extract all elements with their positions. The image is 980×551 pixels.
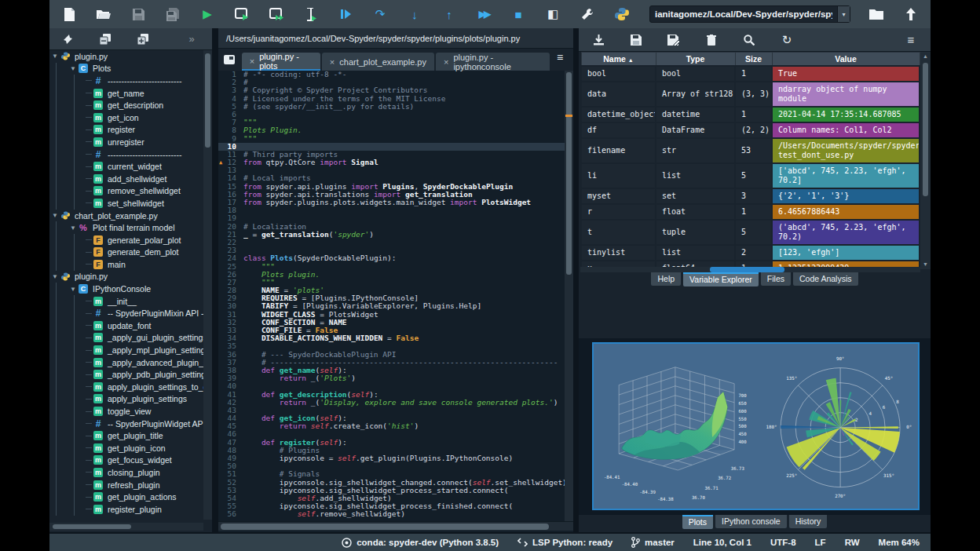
tab-help[interactable]: Help: [651, 272, 681, 286]
close-icon[interactable]: ×: [330, 57, 335, 67]
maximize-pane-button[interactable]: ◧: [544, 5, 561, 23]
variable-size[interactable]: 5: [735, 220, 772, 245]
editor-tabs-menu-button[interactable]: ≡: [551, 49, 569, 66]
variable-value[interactable]: ('abcd', 745, 2.23, 'efgh', 70.2): [772, 220, 920, 245]
continue-execution-button[interactable]: ▶▶: [475, 5, 492, 23]
splitter-left[interactable]: [212, 28, 218, 532]
outline-item[interactable]: ▼%Plot final terrain model: [49, 221, 203, 234]
refresh-variables-button[interactable]: ↻: [778, 31, 795, 49]
variable-name[interactable]: myset: [581, 188, 656, 204]
variable-value[interactable]: [123, 'efgh']: [772, 245, 920, 261]
variable-size[interactable]: 5: [735, 163, 772, 188]
outline-item[interactable]: mtoggle_view: [49, 405, 203, 418]
new-file-button[interactable]: [60, 5, 78, 23]
debug-button[interactable]: [337, 5, 354, 23]
outline-item[interactable]: Fgenerate_dem_plot: [49, 246, 203, 259]
stop-button[interactable]: ■: [510, 5, 527, 23]
editor-horizontal-scrollbar[interactable]: [218, 521, 573, 531]
outline-item[interactable]: ▼CIPythonConsole: [49, 283, 203, 295]
preferences-wrench-button[interactable]: [579, 5, 596, 23]
variable-name[interactable]: filename: [581, 138, 656, 163]
outline-item[interactable]: m_apply_mpl_plugin_setting: [49, 344, 203, 356]
outline-item[interactable]: Fgenerate_polar_plot: [49, 234, 203, 246]
editor-vertical-scrollbar[interactable]: [565, 71, 573, 521]
variable-name[interactable]: datetime_object: [581, 107, 656, 122]
outline-item[interactable]: #---------------------------: [49, 148, 203, 161]
outline-item[interactable]: ▼plugin.py: [49, 271, 203, 283]
variable-size[interactable]: 3: [735, 188, 772, 204]
variable-value[interactable]: Column names: Col1, Col2: [772, 122, 920, 138]
close-icon[interactable]: ×: [250, 57, 254, 66]
variable-size[interactable]: (3, 3): [735, 82, 772, 107]
open-file-button[interactable]: [95, 5, 112, 23]
working-directory-input[interactable]: [650, 9, 837, 19]
variable-row[interactable]: dataArray of str128(3, 3)ndarray object …: [581, 82, 920, 107]
step-return-button[interactable]: ↑: [441, 5, 458, 23]
outline-item[interactable]: mapply_plugin_settings: [49, 393, 203, 406]
run-selection-button[interactable]: [302, 5, 320, 23]
outline-item[interactable]: #-- SpyderPluginWidget AP: [49, 418, 203, 430]
variable-name[interactable]: t: [581, 220, 656, 245]
variable-type[interactable]: bool: [656, 66, 735, 82]
variable-type[interactable]: Array of str128: [656, 82, 735, 107]
column-header-size[interactable]: Size: [735, 53, 772, 66]
outline-item[interactable]: #-- SpyderPluginMixin API -: [49, 307, 203, 319]
remove-variable-button[interactable]: [703, 31, 720, 49]
go-to-cursor-button[interactable]: [59, 31, 76, 48]
variable-row[interactable]: dfDataFrame(2, 2)Column names: Col1, Col…: [581, 122, 920, 138]
variable-size[interactable]: 1: [735, 66, 772, 82]
tab-ipython-console[interactable]: IPython console: [715, 515, 787, 528]
variable-value[interactable]: True: [772, 66, 920, 82]
variable-explorer-options-menu-button[interactable]: ≡: [902, 31, 920, 49]
conda-environment-status[interactable]: conda: spyder-dev (Python 3.8.5): [342, 538, 499, 548]
save-button[interactable]: [130, 5, 147, 23]
expander-icon[interactable]: ▼: [49, 212, 60, 219]
outline-horizontal-scrollbar[interactable]: [49, 523, 203, 531]
outline-item[interactable]: mget_plugin_actions: [49, 491, 203, 503]
tab-plots[interactable]: Plots: [682, 515, 713, 529]
outline-item[interactable]: mget_plugin_title: [49, 429, 203, 442]
outline-item[interactable]: munregister: [49, 136, 203, 148]
editor-tab-plugin-ipythonconsole[interactable]: ×plugin.py - ipythonconsole: [436, 53, 550, 71]
outline-item[interactable]: ▼CPlots: [49, 63, 203, 75]
outline-tree[interactable]: ▼plugin.py▼CPlots#----------------------…: [49, 50, 203, 520]
variable-value[interactable]: {'2', '1', '3'}: [772, 188, 920, 204]
variable-row[interactable]: ttuple5('abcd', 745, 2.23, 'efgh', 70.2): [581, 220, 920, 245]
variable-size[interactable]: 53: [735, 138, 772, 163]
outline-item[interactable]: mget_icon: [49, 111, 203, 124]
save-all-button[interactable]: [164, 5, 181, 23]
collapse-all-button[interactable]: [97, 31, 114, 48]
variable-value[interactable]: ['abcd', 745, 2.23, 'efgh', 70.2]: [772, 163, 920, 188]
search-variable-button[interactable]: [740, 31, 758, 49]
outline-item[interactable]: Fmain: [49, 258, 203, 271]
debug-continue-button[interactable]: ↷: [371, 5, 389, 23]
tab-files[interactable]: Files: [761, 272, 791, 286]
outline-item[interactable]: mcurrent_widget: [49, 160, 203, 173]
variable-name[interactable]: data: [581, 82, 656, 107]
variable-table-horizontal-scrollbar[interactable]: [580, 267, 920, 272]
save-data-button[interactable]: [627, 31, 645, 49]
restore-original-tree-button[interactable]: »: [183, 31, 200, 48]
tab-history[interactable]: History: [789, 515, 828, 528]
variable-value[interactable]: /Users/Documents/spyder/spyder/tests, te…: [772, 138, 920, 163]
outline-item[interactable]: m_apply_advanced_plugin_s: [49, 356, 203, 369]
expander-icon[interactable]: ▼: [68, 65, 79, 72]
variable-type[interactable]: tuple: [656, 220, 735, 245]
run-cell-advance-button[interactable]: [268, 5, 285, 23]
variable-row[interactable]: lilist5['abcd', 745, 2.23, 'efgh', 70.2]: [581, 163, 920, 188]
variable-type[interactable]: datetime: [656, 107, 735, 122]
variable-type[interactable]: list: [656, 163, 735, 188]
variable-value[interactable]: 2021-04-14 17:35:14.687085: [772, 107, 920, 122]
variable-name[interactable]: df: [581, 122, 656, 138]
outline-item[interactable]: mget_name: [49, 87, 203, 100]
step-into-button[interactable]: ↓: [406, 5, 423, 23]
variable-value[interactable]: ndarray object of numpy module: [772, 82, 920, 107]
variable-type[interactable]: str: [656, 138, 735, 163]
outline-vertical-scrollbar[interactable]: [203, 50, 212, 520]
variable-row[interactable]: rfloat16.46567886443: [581, 204, 920, 220]
outline-item[interactable]: #---------------------------: [49, 75, 203, 87]
outline-item[interactable]: mclosing_plugin: [49, 466, 203, 479]
variable-value[interactable]: 6.46567886443: [772, 204, 920, 220]
combobox-dropdown-icon[interactable]: ▾: [837, 6, 850, 22]
outline-item[interactable]: madd_shellwidget: [49, 173, 203, 185]
